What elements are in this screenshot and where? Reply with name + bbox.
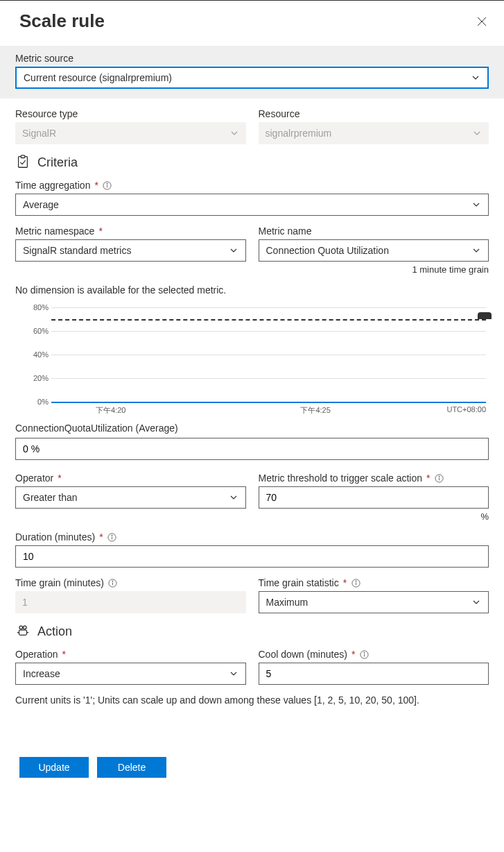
delete-button[interactable]: Delete xyxy=(97,757,166,778)
panel-title: Scale rule xyxy=(19,10,105,32)
svg-point-12 xyxy=(112,535,112,536)
svg-point-15 xyxy=(112,581,113,581)
chevron-down-icon xyxy=(471,73,480,83)
metric-name-label: Metric name xyxy=(259,225,489,237)
timezone-label: UTC+08:00 xyxy=(446,405,486,416)
chevron-down-icon xyxy=(471,246,481,255)
info-icon[interactable] xyxy=(359,649,369,659)
operator-value: Greater than xyxy=(23,492,78,503)
cool-down-label: Cool down (minutes) xyxy=(259,649,347,660)
metric-source-label: Metric source xyxy=(15,53,489,64)
svg-point-19 xyxy=(19,626,23,629)
time-grain-note: 1 minute time grain xyxy=(259,264,489,275)
close-icon[interactable] xyxy=(475,15,489,28)
units-note: Current units is '1'; Units can scale up… xyxy=(15,695,489,706)
threshold-label: Metric threshold to trigger scale action xyxy=(259,472,423,484)
svg-point-20 xyxy=(23,626,26,629)
metric-name-select[interactable]: Connection Quota Utilization xyxy=(259,239,489,262)
resource-type-label: Resource type xyxy=(15,108,246,119)
info-icon[interactable] xyxy=(107,532,117,542)
chevron-down-icon xyxy=(229,246,238,255)
criteria-heading: Criteria xyxy=(37,155,78,170)
svg-point-18 xyxy=(356,581,356,581)
svg-point-26 xyxy=(364,652,365,653)
time-aggregation-select[interactable]: Average xyxy=(15,194,489,216)
metric-name-value: Connection Quota Utilization xyxy=(266,245,389,256)
xtick: 下午4:20 xyxy=(96,405,125,416)
ytick: 40% xyxy=(28,350,49,359)
duration-label: Duration (minutes) xyxy=(15,531,95,543)
chevron-down-icon xyxy=(229,128,239,138)
info-icon[interactable] xyxy=(108,578,118,588)
svg-point-9 xyxy=(439,476,440,477)
criteria-icon xyxy=(15,154,31,171)
time-aggregation-value: Average xyxy=(23,199,59,210)
action-heading: Action xyxy=(37,624,72,639)
chevron-down-icon xyxy=(229,669,238,679)
svg-point-6 xyxy=(107,183,107,184)
time-grain-stat-select[interactable]: Maximum xyxy=(259,591,489,613)
threshold-input[interactable] xyxy=(259,486,489,509)
resource-value: signalrpremium xyxy=(266,128,332,139)
no-dimension-note: No dimension is available for the select… xyxy=(15,284,489,296)
action-icon xyxy=(15,623,31,640)
chevron-down-icon xyxy=(229,493,238,502)
info-icon[interactable] xyxy=(351,578,360,588)
cool-down-input[interactable] xyxy=(259,663,489,685)
ytick: 0% xyxy=(28,398,49,406)
info-icon[interactable] xyxy=(103,180,112,190)
metric-chart: 80% 60% 40% 20% 0% 下午4:20 下午4:25 UTC+08:… xyxy=(32,301,489,416)
ytick: 80% xyxy=(28,303,49,312)
metric-namespace-label: Metric namespace xyxy=(15,225,94,237)
chevron-down-icon xyxy=(472,128,482,138)
metric-namespace-value: SignalR standard metrics xyxy=(23,245,131,256)
operation-select[interactable]: Increase xyxy=(15,663,246,685)
threshold-line xyxy=(51,319,486,321)
info-icon[interactable] xyxy=(435,473,444,483)
chart-value-input[interactable] xyxy=(15,438,489,460)
threshold-marker xyxy=(478,312,492,319)
operation-value: Increase xyxy=(23,668,60,679)
chevron-down-icon xyxy=(471,597,481,607)
time-grain-stat-label: Time grain statistic xyxy=(259,577,339,588)
metric-namespace-select[interactable]: SignalR standard metrics xyxy=(15,239,246,262)
operator-label: Operator xyxy=(15,472,53,484)
operator-select[interactable]: Greater than xyxy=(15,486,246,509)
threshold-unit: % xyxy=(259,511,489,522)
resource-select: signalrpremium xyxy=(259,122,489,144)
metric-source-value: Current resource (signalrpremium) xyxy=(24,72,172,83)
duration-input[interactable] xyxy=(15,545,489,568)
operation-label: Operation xyxy=(15,649,58,660)
chevron-down-icon xyxy=(471,200,481,210)
series-line xyxy=(51,402,486,403)
metric-source-select[interactable]: Current resource (signalrpremium) xyxy=(15,67,489,89)
time-grain-stat-value: Maximum xyxy=(266,597,309,608)
update-button[interactable]: Update xyxy=(19,757,89,778)
chart-caption: ConnectionQuotaUtilization (Average) xyxy=(15,423,489,434)
time-grain-input: 1 xyxy=(15,591,246,613)
svg-rect-21 xyxy=(19,630,27,635)
resource-type-value: SignalR xyxy=(22,128,56,139)
resource-type-select: SignalR xyxy=(15,122,246,144)
time-grain-label: Time grain (minutes) xyxy=(15,577,104,588)
ytick: 60% xyxy=(28,327,49,335)
ytick: 20% xyxy=(28,374,49,382)
time-aggregation-label: Time aggregation xyxy=(15,180,90,191)
svg-rect-3 xyxy=(21,155,25,158)
resource-label: Resource xyxy=(259,108,489,119)
xtick: 下午4:25 xyxy=(300,405,330,416)
